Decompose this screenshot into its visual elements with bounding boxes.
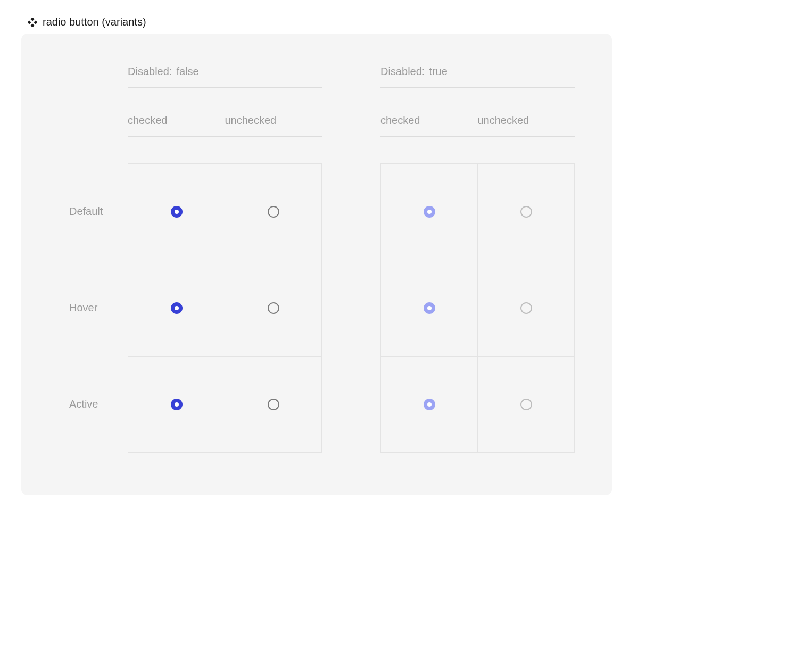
component-title: radio button (variants) bbox=[43, 16, 146, 28]
row-label-spacer bbox=[322, 356, 380, 452]
svg-rect-1 bbox=[28, 20, 31, 24]
variants-icon bbox=[28, 18, 37, 27]
disabled-value: false bbox=[176, 65, 198, 78]
variant-cell bbox=[381, 164, 478, 260]
variant-cell bbox=[128, 357, 225, 453]
variant-cell bbox=[381, 260, 478, 357]
variant-cell bbox=[225, 260, 322, 357]
svg-rect-2 bbox=[34, 20, 37, 24]
variant-cell bbox=[225, 357, 322, 453]
variant-cell bbox=[128, 260, 225, 357]
row-label-default: Default bbox=[69, 163, 128, 260]
variant-grid-enabled bbox=[128, 163, 322, 453]
variant-cell bbox=[478, 260, 575, 357]
column-header-unchecked: unchecked bbox=[478, 114, 575, 127]
radio-unchecked-active[interactable] bbox=[268, 399, 279, 410]
column-header-checked: checked bbox=[380, 114, 478, 127]
variants-canvas: Disabled: false checked unchecked Defaul… bbox=[21, 34, 612, 495]
row-label-spacer bbox=[322, 163, 380, 260]
row-label-spacer bbox=[322, 260, 380, 356]
svg-rect-0 bbox=[30, 18, 34, 21]
radio-unchecked-default-disabled bbox=[520, 206, 532, 218]
variant-cell bbox=[478, 357, 575, 453]
column-header-unchecked: unchecked bbox=[225, 114, 322, 127]
radio-checked-hover-disabled bbox=[424, 302, 435, 314]
variant-cell bbox=[478, 164, 575, 260]
radio-unchecked-default[interactable] bbox=[268, 206, 279, 218]
variant-cell bbox=[225, 164, 322, 260]
group-disabled-true: Disabled: true checked unchecked bbox=[380, 65, 575, 453]
group-disabled-false: Disabled: false checked unchecked Defaul… bbox=[128, 65, 322, 453]
radio-unchecked-hover-disabled bbox=[520, 302, 532, 314]
variant-grid-disabled bbox=[380, 163, 575, 453]
variant-cell bbox=[128, 164, 225, 260]
radio-unchecked-active-disabled bbox=[520, 399, 532, 410]
section-header-disabled-true: Disabled: true bbox=[380, 65, 575, 88]
disabled-label: Disabled: bbox=[128, 65, 172, 78]
radio-unchecked-hover[interactable] bbox=[268, 302, 279, 314]
section-header-disabled-false: Disabled: false bbox=[128, 65, 322, 88]
radio-checked-default[interactable] bbox=[171, 206, 183, 218]
column-header-checked: checked bbox=[128, 114, 225, 127]
variant-cell bbox=[381, 357, 478, 453]
disabled-label: Disabled: bbox=[380, 65, 425, 78]
component-header: radio button (variants) bbox=[28, 16, 791, 28]
column-headers: checked unchecked bbox=[128, 114, 322, 137]
svg-rect-3 bbox=[30, 23, 34, 27]
radio-checked-active-disabled bbox=[424, 399, 435, 410]
row-label-active: Active bbox=[69, 356, 128, 452]
disabled-value: true bbox=[429, 65, 447, 78]
radio-checked-active[interactable] bbox=[171, 399, 183, 410]
radio-checked-hover[interactable] bbox=[171, 302, 183, 314]
radio-checked-default-disabled bbox=[424, 206, 435, 218]
row-label-hover: Hover bbox=[69, 260, 128, 356]
column-headers: checked unchecked bbox=[380, 114, 575, 137]
